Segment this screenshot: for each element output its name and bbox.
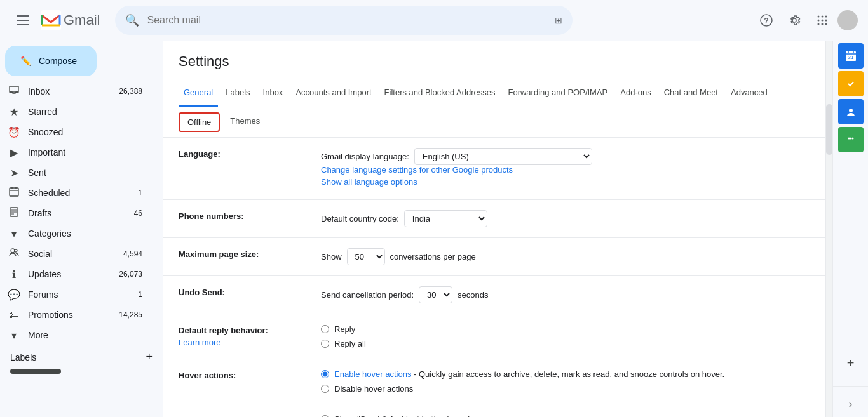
country-code-select[interactable]: India United States United Kingdom — [404, 210, 487, 227]
sub-tab-offline[interactable]: Offline — [179, 112, 220, 132]
sidebar-item-starred[interactable]: ★ Starred — [0, 102, 153, 122]
sent-label: Sent — [28, 168, 142, 178]
scrollbar-thumb[interactable] — [826, 104, 832, 155]
sendarchive-show-option[interactable]: Show "Send & Archive" button in reply — [321, 414, 810, 417]
sidebar-item-categories[interactable]: ▾ Categories — [0, 223, 153, 244]
tab-forwarding[interactable]: Forwarding and POP/IMAP — [503, 80, 613, 107]
reply-label: Default reply behavior: Learn more — [179, 324, 306, 347]
svg-point-16 — [825, 20, 827, 22]
calendar-icon[interactable]: 31 — [838, 43, 864, 69]
sidebar: ✏️ Compose Inbox 26,388 ★ Starred ⏰ Snoo… — [0, 41, 163, 417]
settings-rows: Language: Gmail display language: Englis… — [163, 138, 825, 417]
tab-chat[interactable]: Chat and Meet — [659, 80, 723, 107]
sidebar-item-drafts[interactable]: Drafts 46 — [0, 203, 153, 223]
tab-accounts[interactable]: Accounts and Import — [290, 80, 376, 107]
tasks-icon[interactable] — [838, 71, 864, 96]
svg-point-14 — [818, 20, 820, 22]
cancel-period-select[interactable]: 5 10 20 30 — [419, 286, 452, 303]
sidebar-item-forums[interactable]: 💬 Forums 1 — [0, 284, 153, 305]
expand-icon[interactable]: › — [838, 392, 864, 417]
sendarchive-control: Show "Send & Archive" button in reply Hi… — [321, 414, 810, 417]
replyall-radio[interactable] — [321, 340, 329, 348]
hover-disable-radio[interactable] — [321, 385, 329, 393]
tab-addons[interactable]: Add-ons — [615, 80, 656, 107]
hamburger-menu[interactable] — [10, 8, 36, 33]
hover-row: Hover actions: Enable hover actions - Qu… — [163, 359, 825, 404]
add-side-panel-button[interactable]: + — [838, 350, 864, 376]
snoozed-label: Snoozed — [28, 127, 142, 137]
sidebar-item-snoozed[interactable]: ⏰ Snoozed — [0, 122, 153, 142]
scheduled-count: 1 — [138, 189, 142, 197]
compose-label: Compose — [39, 56, 77, 66]
drafts-count: 46 — [134, 209, 142, 218]
help-icon: ? — [760, 14, 773, 27]
svg-marker-39 — [848, 142, 851, 145]
pagesize-suffix: conversations per page — [390, 252, 476, 261]
svg-point-37 — [849, 109, 853, 112]
undosend-control: Send cancellation period: 5 10 20 30 sec… — [321, 286, 810, 303]
show-language-options-link[interactable]: Show all language options — [321, 177, 810, 187]
tab-labels[interactable]: Labels — [220, 80, 255, 107]
sidebar-item-more[interactable]: ▾ More — [0, 325, 153, 345]
svg-point-41 — [850, 138, 851, 140]
tab-filters[interactable]: Filters and Blocked Addresses — [379, 80, 501, 107]
show-label: Show — [321, 252, 342, 261]
search-input[interactable] — [147, 15, 547, 26]
sidebar-item-updates[interactable]: ℹ Updates 26,073 — [0, 264, 153, 284]
gmail-m-icon — [41, 10, 61, 30]
reply-option[interactable]: Reply — [321, 324, 810, 334]
sidebar-item-important[interactable]: ▶ Important — [0, 142, 153, 162]
undosend-select-row: Send cancellation period: 5 10 20 30 sec… — [321, 286, 810, 303]
social-icon — [8, 248, 20, 260]
hover-enable-option[interactable]: Enable hover actions - Quickly gain acce… — [321, 369, 810, 379]
sidebar-item-sent[interactable]: ➤ Sent — [0, 162, 153, 183]
tab-inbox[interactable]: Inbox — [258, 80, 288, 107]
starred-label: Starred — [28, 107, 142, 117]
settings-button[interactable] — [782, 8, 807, 33]
undosend-suffix: seconds — [458, 290, 488, 300]
language-select[interactable]: English (US) English (UK) Hindi Spanish — [414, 148, 592, 165]
help-button[interactable]: ? — [754, 8, 779, 33]
language-control: Gmail display language: English (US) Eng… — [321, 148, 810, 189]
labels-add-button[interactable]: + — [146, 350, 153, 364]
hover-control: Enable hover actions - Quickly gain acce… — [321, 369, 810, 394]
tab-advanced[interactable]: Advanced — [726, 80, 773, 107]
sub-tab-themes[interactable]: Themes — [222, 112, 268, 132]
sidebar-item-promotions[interactable]: 🏷 Promotions 14,285 — [0, 305, 153, 325]
undosend-label: Undo Send: — [179, 286, 306, 297]
sidebar-item-scheduled[interactable]: Scheduled 1 — [0, 183, 153, 203]
drafts-label: Drafts — [28, 208, 126, 218]
replyall-label-text: Reply all — [334, 339, 366, 348]
phone-label-text: Phone numbers: — [179, 211, 244, 221]
undosend-row: Undo Send: Send cancellation period: 5 1… — [163, 276, 825, 314]
change-language-link[interactable]: Change language settings for other Googl… — [321, 165, 810, 175]
social-count: 4,594 — [123, 249, 142, 258]
apps-button[interactable] — [810, 8, 835, 33]
chat-svg-icon — [844, 133, 857, 146]
sendarchive-show-label: Show "Send & Archive" button in reply — [334, 414, 474, 417]
contacts-icon[interactable] — [838, 99, 864, 124]
compose-button[interactable]: ✏️ Compose — [5, 46, 97, 76]
pagesize-select[interactable]: 10 15 20 25 50 100 — [347, 248, 385, 265]
hover-enable-radio[interactable] — [321, 370, 329, 378]
reply-learn-more[interactable]: Learn more — [179, 338, 306, 347]
categories-expand-icon: ▾ — [8, 228, 20, 240]
social-label: Social — [28, 249, 116, 259]
svg-rect-2 — [17, 24, 29, 25]
sidebar-item-inbox[interactable]: Inbox 26,388 — [0, 81, 153, 102]
search-filter-icon[interactable]: ⊞ — [555, 15, 562, 25]
tab-general[interactable]: General — [179, 80, 218, 107]
language-display-label: Gmail display language: — [321, 152, 409, 161]
svg-point-29 — [15, 249, 17, 252]
phone-label: Phone numbers: — [179, 210, 306, 221]
chat-icon[interactable] — [838, 127, 864, 152]
replyall-option[interactable]: Reply all — [321, 339, 810, 348]
reply-radio[interactable] — [321, 325, 329, 333]
user-avatar[interactable] — [837, 10, 858, 30]
gmail-logo: Gmail — [41, 10, 100, 30]
sidebar-item-social[interactable]: Social 4,594 — [0, 244, 153, 264]
hover-disable-option[interactable]: Disable hover actions — [321, 384, 810, 394]
svg-point-13 — [825, 16, 827, 18]
svg-point-18 — [822, 23, 824, 25]
expand-chevron-icon: › — [849, 399, 852, 410]
